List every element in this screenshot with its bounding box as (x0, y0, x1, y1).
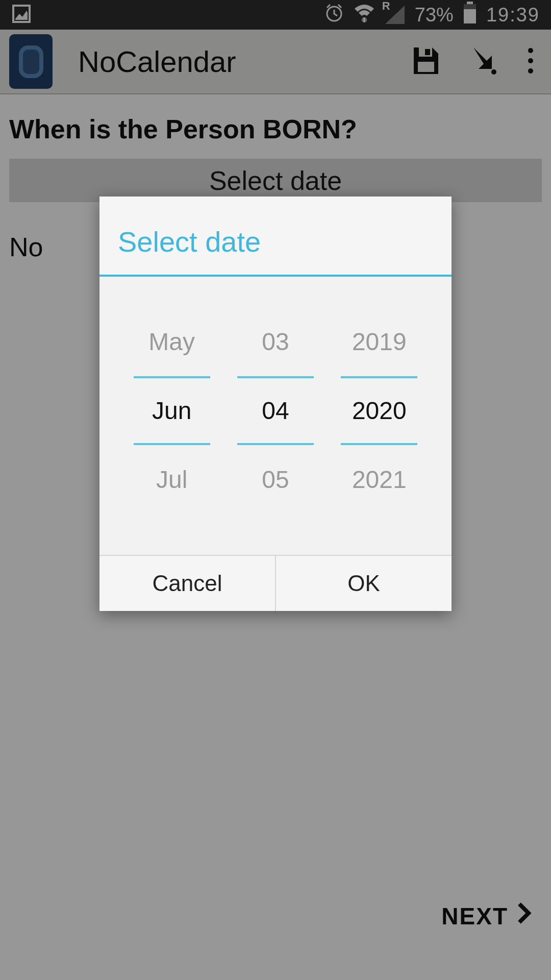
date-picker-dialog: Select date May Jun Jul 03 04 05 2019 20… (99, 197, 452, 611)
year-prev[interactable]: 2019 (341, 307, 417, 376)
day-prev[interactable]: 03 (237, 307, 314, 376)
modal-overlay[interactable]: Select date May Jun Jul 03 04 05 2019 20… (0, 0, 551, 980)
month-current[interactable]: Jun (134, 376, 210, 445)
day-picker[interactable]: 03 04 05 (237, 307, 314, 514)
year-next[interactable]: 2021 (341, 445, 417, 514)
day-current[interactable]: 04 (237, 376, 314, 445)
picker-area: May Jun Jul 03 04 05 2019 2020 2021 (99, 277, 452, 555)
year-picker[interactable]: 2019 2020 2021 (341, 307, 417, 514)
month-next[interactable]: Jul (134, 445, 210, 514)
dialog-title: Select date (99, 197, 452, 275)
month-picker[interactable]: May Jun Jul (134, 307, 210, 514)
month-prev[interactable]: May (134, 307, 210, 376)
cancel-button[interactable]: Cancel (99, 556, 276, 611)
ok-button[interactable]: OK (276, 556, 452, 611)
dialog-buttons: Cancel OK (99, 555, 452, 611)
day-next[interactable]: 05 (237, 445, 314, 514)
year-current[interactable]: 2020 (341, 376, 417, 445)
